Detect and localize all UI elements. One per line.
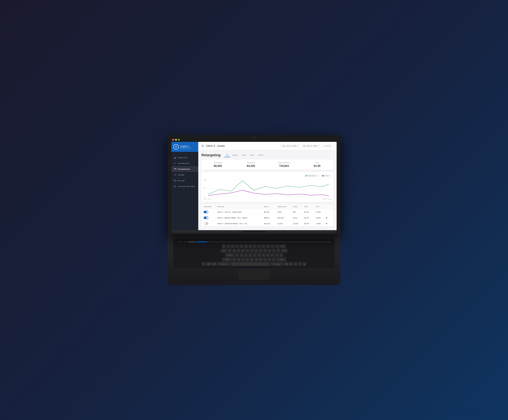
key-semicolon[interactable]: ;: [275, 253, 279, 257]
toggle-switch[interactable]: [204, 217, 208, 219]
key-5[interactable]: 5: [244, 244, 248, 248]
key-o[interactable]: O: [263, 249, 267, 253]
key-4[interactable]: 4: [239, 244, 243, 248]
key-2[interactable]: 2: [231, 244, 235, 248]
key-3[interactable]: 3: [235, 244, 239, 248]
key-minus[interactable]: -: [270, 244, 274, 248]
key-6[interactable]: 6: [248, 244, 252, 248]
tab-video[interactable]: Video: [240, 153, 248, 157]
key-b[interactable]: B: [250, 258, 254, 261]
stat-total-impressions: Total Impressions 734,663: [268, 162, 301, 167]
close-button[interactable]: [172, 139, 174, 141]
key-h[interactable]: H: [257, 253, 261, 257]
eye-icon[interactable]: 👁: [325, 217, 328, 219]
toggle-knob: [206, 211, 208, 213]
laptop-hinge: [242, 231, 266, 232]
key-slash[interactable]: /: [272, 258, 276, 261]
key-x[interactable]: X: [237, 258, 240, 261]
key-control[interactable]: control: [206, 262, 211, 266]
key-c[interactable]: C: [241, 258, 245, 261]
chart-legend: Impressions ▾ Clicks ▾: [204, 174, 331, 177]
key-delete[interactable]: delete: [279, 244, 286, 248]
key-arrow-up[interactable]: ▲: [294, 262, 298, 266]
key-equals[interactable]: =: [275, 244, 279, 248]
key-caps-lock[interactable]: caps lock: [225, 253, 235, 257]
key-v[interactable]: V: [246, 258, 249, 261]
key-9[interactable]: 9: [262, 244, 266, 248]
key-0[interactable]: 0: [266, 244, 270, 248]
key-comma[interactable]: ,: [263, 258, 267, 261]
key-q[interactable]: Q: [228, 249, 232, 253]
key-f[interactable]: F: [248, 253, 252, 257]
legend-clicks[interactable]: Clicks ▾: [321, 174, 331, 177]
key-z[interactable]: Z: [232, 258, 236, 261]
action-row-3[interactable]: 👁: [325, 223, 331, 225]
key-n[interactable]: N: [254, 258, 258, 261]
date-start-picker[interactable]: Sun, Jun 15, 2020 ▾: [281, 144, 300, 148]
date-end-picker[interactable]: Sat, Jun 21, 2020 ▾: [301, 144, 320, 148]
key-j[interactable]: J: [262, 253, 266, 257]
action-row-2[interactable]: 👁: [325, 217, 331, 219]
user-info: CLIENT X jdoe@clientx.com: [180, 145, 191, 149]
key-7[interactable]: 7: [253, 244, 257, 248]
spent-row-1: $32.86: [264, 211, 277, 213]
key-a[interactable]: A: [235, 253, 239, 257]
touch-bar-segment: [215, 241, 331, 242]
key-r[interactable]: R: [241, 249, 245, 253]
legend-impressions[interactable]: Impressions ▾: [304, 174, 319, 177]
key-command-right[interactable]: ⌘ command: [270, 262, 284, 266]
key-option-right[interactable]: option: [284, 262, 289, 266]
sidebar-item-retargeting[interactable]: RETARGETING: [171, 166, 198, 172]
toggle-switch[interactable]: [204, 211, 208, 213]
key-return[interactable]: return: [281, 249, 288, 253]
sidebar-item-analytics[interactable]: ANALYTICS: [171, 155, 198, 160]
eye-icon[interactable]: 👁: [325, 223, 328, 225]
key-command-left[interactable]: ⌘ command: [217, 262, 230, 266]
sidebar-item-attribution[interactable]: ATTRIBUTION: [171, 160, 198, 166]
key-u[interactable]: U: [254, 249, 258, 253]
key-arrow-left[interactable]: ◀: [289, 262, 293, 266]
key-quote[interactable]: ': [279, 253, 283, 257]
sidebar-item-account-settings[interactable]: ACCOUNT SETTINGS: [171, 183, 198, 189]
trackpad[interactable]: [239, 270, 269, 279]
key-e[interactable]: E: [237, 249, 240, 253]
key-8[interactable]: 8: [257, 244, 261, 248]
key-l[interactable]: L: [270, 253, 274, 257]
key-bracket-right[interactable]: ]: [276, 249, 280, 253]
key-y[interactable]: Y: [250, 249, 254, 253]
key-g[interactable]: G: [253, 253, 257, 257]
toggle-switch[interactable]: [204, 222, 208, 225]
tab-audio[interactable]: Audio: [248, 153, 256, 157]
key-k[interactable]: K: [266, 253, 270, 257]
key-p[interactable]: P: [268, 249, 271, 253]
tab-all[interactable]: All: [224, 153, 230, 157]
key-shift-right[interactable]: shift: [276, 258, 286, 261]
cpm-row-1: $2.29: [304, 211, 316, 213]
tab-mobile[interactable]: Mobile: [256, 153, 265, 157]
svg-rect-1: [175, 157, 175, 159]
sidebar-item-swarm[interactable]: SWARM: [171, 172, 198, 178]
hamburger-icon[interactable]: ☰: [201, 144, 204, 147]
key-shift-left[interactable]: shift: [222, 258, 232, 261]
key-i[interactable]: I: [259, 249, 263, 253]
key-arrow-right[interactable]: ▶: [302, 262, 306, 266]
chevron-down-icon: ▾: [317, 145, 318, 147]
key-space[interactable]: [231, 262, 269, 266]
key-bracket-left[interactable]: [: [272, 249, 276, 253]
key-w[interactable]: W: [232, 249, 236, 253]
fullscreen-button[interactable]: [178, 139, 180, 141]
key-s[interactable]: S: [239, 253, 243, 257]
key-d[interactable]: D: [244, 253, 248, 257]
key-fn[interactable]: fn: [202, 262, 206, 266]
key-1[interactable]: 1: [226, 244, 230, 248]
key-option-left[interactable]: option: [212, 262, 216, 266]
key-t[interactable]: T: [246, 249, 249, 253]
key-period[interactable]: .: [268, 258, 271, 261]
tab-display[interactable]: Display: [230, 153, 240, 157]
key-arrow-down[interactable]: ▼: [298, 262, 302, 266]
minimize-button[interactable]: [175, 139, 177, 141]
key-esc[interactable]: esc: [222, 244, 226, 248]
sidebar-item-billing[interactable]: BILLING: [171, 178, 198, 183]
key-m[interactable]: M: [259, 258, 263, 261]
key-tab[interactable]: tab: [221, 249, 227, 253]
